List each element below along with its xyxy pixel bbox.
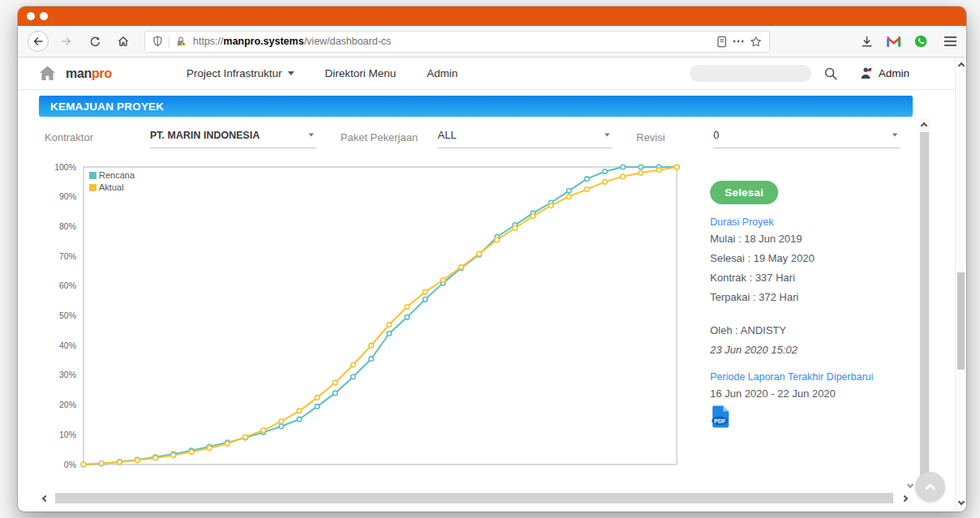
filter-label-paket: Paket Pekerjaan [340,131,417,143]
back-arrow-icon [32,35,45,48]
pdf-download-icon[interactable]: PDF [710,405,731,428]
app-content: manpro Project Infrastruktur Direktori M… [18,58,955,510]
chevron-down-icon [908,476,913,490]
progress-chart: 100%90%80%70%60%50%40%30%20%10%0% Rencan… [39,159,687,477]
gmail-icon[interactable] [887,36,901,47]
bookmark-star-icon[interactable] [750,36,762,48]
page-actions-more-icon[interactable] [733,40,744,43]
window-control-dot[interactable] [27,12,35,20]
url-text: https://manpro.systems/view/dashboard-cs [193,36,392,47]
nav-item-direktori-menu[interactable]: Direktori Menu [325,67,396,79]
app-logo[interactable]: manpro [66,66,112,81]
scrollbar-thumb[interactable] [920,132,929,486]
legend-label: Rencana [99,169,135,182]
svg-text:80%: 80% [59,221,76,231]
svg-text:40%: 40% [59,340,76,350]
whatsapp-icon[interactable] [914,35,927,48]
durasi-proyek-link[interactable]: Durasi Proyek [710,216,929,228]
reader-mode-icon[interactable] [717,36,727,48]
info-row-terpakai: Terpakai : 372 Hari [710,289,929,306]
panel-title-banner: KEMAJUAN PROYEK [39,96,913,117]
panel-title: KEMAJUAN PROYEK [50,101,164,113]
legend-item-rencana: Rencana [89,169,135,182]
paket-value: ALL [438,129,456,141]
app-home-icon[interactable] [39,66,56,81]
info-author: Oleh : ANDISTY [710,323,929,339]
svg-text:20%: 20% [59,400,76,409]
revisi-select[interactable]: 0 [713,129,900,148]
kontraktor-select[interactable]: PT. MARIN INDONESIA [150,129,316,148]
chart-and-info-row: 100%90%80%70%60%50%40%30%20%10%0% Rencan… [39,159,955,477]
logo-text-man: man [66,66,92,80]
url-path: /view/dashboard-cs [304,36,392,47]
url-bar[interactable]: https://manpro.systems/view/dashboard-cs [144,31,770,53]
svg-text:70%: 70% [59,251,76,261]
svg-text:10%: 10% [59,430,76,439]
chevron-down-icon [288,71,294,75]
nav-label: Project Infrastruktur [186,67,282,79]
divider [169,35,169,48]
scroll-down-arrow-icon[interactable] [956,497,966,507]
nav-label: Admin [426,67,457,79]
svg-text:50%: 50% [59,310,76,320]
revisi-value: 0 [713,129,719,141]
info-timestamp: 23 Jun 2020 15:02 [710,342,929,358]
forward-arrow-icon [60,35,73,48]
scroll-left-arrow-icon[interactable] [41,494,50,503]
browser-window: https://manpro.systems/view/dashboard-cs [18,6,966,512]
page-viewport: manpro Project Infrastruktur Direktori M… [18,58,966,510]
svg-text:100%: 100% [54,162,76,172]
scrollbar-thumb[interactable] [55,493,893,503]
url-scheme: https:// [193,36,224,47]
scroll-to-top-button[interactable] [915,472,945,502]
info-row-selesai: Selesai : 19 May 2020 [710,250,929,267]
svg-text:60%: 60% [59,280,76,290]
nav-item-admin[interactable]: Admin [426,67,457,79]
content-vertical-scrollbar[interactable] [919,119,930,489]
chart-legend: Rencana Aktual [89,169,135,194]
scroll-right-arrow-icon[interactable] [900,494,909,503]
info-row-mulai: Mulai : 18 Jun 2019 [710,231,929,247]
legend-label: Aktual [99,182,124,194]
menu-hamburger-icon[interactable] [944,36,956,46]
paket-pekerjaan-select[interactable]: ALL [438,129,612,148]
window-control-dot[interactable] [40,12,48,20]
home-icon [117,35,130,48]
chevron-down-icon [309,134,314,137]
downloads-icon[interactable] [861,36,873,48]
filter-row: Kontraktor PT. MARIN INDONESIA Paket Pek… [39,117,913,159]
dashboard-panel: KEMAJUAN PROYEK Kontraktor PT. MARIN IND… [18,90,955,477]
periode-laporan-link[interactable]: Periode Laporan Terakhir Diperbarui [710,371,929,383]
svg-text:0%: 0% [64,460,76,469]
status-badge: Selesai [710,181,778,204]
nav-label: Direktori Menu [325,67,396,79]
window-titlebar[interactable] [18,6,966,26]
chevron-up-icon [925,483,935,494]
aktual-swatch-icon [89,184,96,191]
project-info-panel: Selesai Durasi Proyek Mulai : 18 Jun 201… [710,159,929,477]
url-domain: manpro.systems [224,36,304,47]
user-menu[interactable]: Admin [860,67,909,79]
reload-button[interactable] [84,31,105,52]
scroll-up-arrow-icon[interactable] [919,121,929,131]
admin-user-icon [860,67,873,79]
content-horizontal-scrollbar[interactable] [39,492,914,504]
filter-label-revisi: Revisi [636,131,665,143]
scrollbar-thumb[interactable] [957,272,965,370]
page-vertical-scrollbar[interactable] [955,58,966,510]
browser-home-button[interactable] [113,31,134,52]
chevron-down-icon [605,134,610,137]
nav-item-project-infrastruktur[interactable]: Project Infrastruktur [186,67,294,79]
search-icon[interactable] [824,67,837,80]
info-row-kontrak: Kontrak : 337 Hari [710,270,929,286]
forward-button[interactable] [56,31,77,52]
main-nav: Project Infrastruktur Direktori Menu Adm… [186,67,458,79]
back-button[interactable] [28,31,49,52]
tracking-protection-shield-icon[interactable] [152,36,163,47]
scroll-up-arrow-icon[interactable] [956,61,966,71]
app-header: manpro Project Infrastruktur Direktori M… [18,58,955,90]
kontraktor-value: PT. MARIN INDONESIA [150,130,259,141]
rencana-swatch-icon [89,172,96,179]
insecure-lock-icon[interactable] [175,36,187,47]
search-input[interactable] [690,65,811,82]
